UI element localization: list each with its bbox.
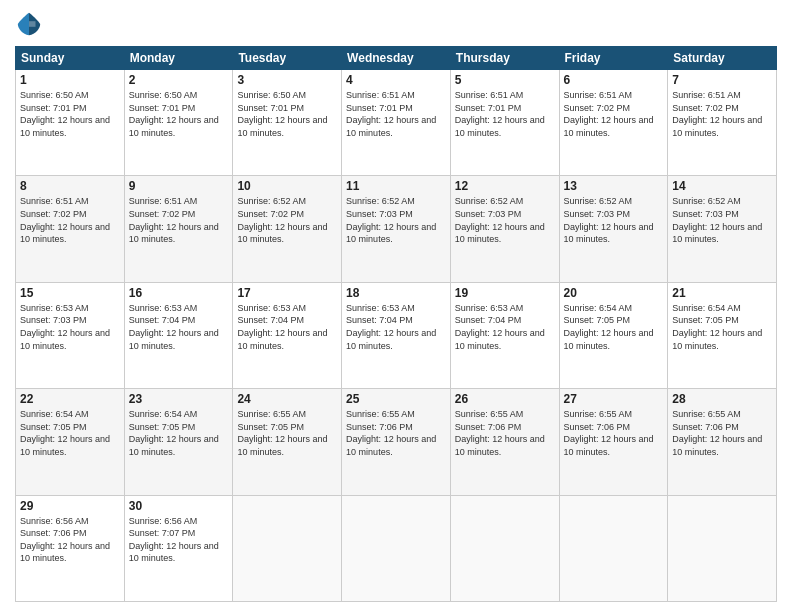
day-number: 26 xyxy=(455,392,555,406)
day-info: Sunrise: 6:53 AMSunset: 7:04 PMDaylight:… xyxy=(129,303,219,351)
day-info: Sunrise: 6:56 AMSunset: 7:06 PMDaylight:… xyxy=(20,516,110,564)
day-info: Sunrise: 6:51 AMSunset: 7:01 PMDaylight:… xyxy=(346,90,436,138)
calendar-cell xyxy=(342,495,451,601)
day-info: Sunrise: 6:55 AMSunset: 7:06 PMDaylight:… xyxy=(455,409,545,457)
calendar-cell: 5 Sunrise: 6:51 AMSunset: 7:01 PMDayligh… xyxy=(450,70,559,176)
day-number: 27 xyxy=(564,392,664,406)
day-info: Sunrise: 6:51 AMSunset: 7:02 PMDaylight:… xyxy=(564,90,654,138)
calendar-cell: 19 Sunrise: 6:53 AMSunset: 7:04 PMDaylig… xyxy=(450,282,559,388)
day-info: Sunrise: 6:50 AMSunset: 7:01 PMDaylight:… xyxy=(20,90,110,138)
calendar-cell xyxy=(233,495,342,601)
day-info: Sunrise: 6:51 AMSunset: 7:02 PMDaylight:… xyxy=(20,196,110,244)
calendar-day-header: Tuesday xyxy=(233,47,342,70)
calendar-cell: 25 Sunrise: 6:55 AMSunset: 7:06 PMDaylig… xyxy=(342,389,451,495)
calendar-cell: 21 Sunrise: 6:54 AMSunset: 7:05 PMDaylig… xyxy=(668,282,777,388)
day-number: 1 xyxy=(20,73,120,87)
day-number: 3 xyxy=(237,73,337,87)
day-number: 18 xyxy=(346,286,446,300)
day-info: Sunrise: 6:55 AMSunset: 7:06 PMDaylight:… xyxy=(564,409,654,457)
day-info: Sunrise: 6:54 AMSunset: 7:05 PMDaylight:… xyxy=(672,303,762,351)
day-number: 24 xyxy=(237,392,337,406)
calendar-cell xyxy=(450,495,559,601)
calendar-cell: 22 Sunrise: 6:54 AMSunset: 7:05 PMDaylig… xyxy=(16,389,125,495)
day-info: Sunrise: 6:50 AMSunset: 7:01 PMDaylight:… xyxy=(237,90,327,138)
day-number: 2 xyxy=(129,73,229,87)
day-info: Sunrise: 6:52 AMSunset: 7:03 PMDaylight:… xyxy=(672,196,762,244)
day-number: 28 xyxy=(672,392,772,406)
calendar-cell: 20 Sunrise: 6:54 AMSunset: 7:05 PMDaylig… xyxy=(559,282,668,388)
calendar-week-row: 1 Sunrise: 6:50 AMSunset: 7:01 PMDayligh… xyxy=(16,70,777,176)
day-number: 21 xyxy=(672,286,772,300)
calendar-cell xyxy=(559,495,668,601)
calendar-cell: 16 Sunrise: 6:53 AMSunset: 7:04 PMDaylig… xyxy=(124,282,233,388)
day-info: Sunrise: 6:54 AMSunset: 7:05 PMDaylight:… xyxy=(129,409,219,457)
calendar-day-header: Thursday xyxy=(450,47,559,70)
day-info: Sunrise: 6:52 AMSunset: 7:03 PMDaylight:… xyxy=(564,196,654,244)
day-number: 13 xyxy=(564,179,664,193)
calendar-week-row: 15 Sunrise: 6:53 AMSunset: 7:03 PMDaylig… xyxy=(16,282,777,388)
day-info: Sunrise: 6:52 AMSunset: 7:02 PMDaylight:… xyxy=(237,196,327,244)
day-number: 9 xyxy=(129,179,229,193)
calendar-cell: 6 Sunrise: 6:51 AMSunset: 7:02 PMDayligh… xyxy=(559,70,668,176)
day-number: 7 xyxy=(672,73,772,87)
calendar-cell: 24 Sunrise: 6:55 AMSunset: 7:05 PMDaylig… xyxy=(233,389,342,495)
day-info: Sunrise: 6:53 AMSunset: 7:04 PMDaylight:… xyxy=(455,303,545,351)
calendar-week-row: 22 Sunrise: 6:54 AMSunset: 7:05 PMDaylig… xyxy=(16,389,777,495)
day-info: Sunrise: 6:55 AMSunset: 7:05 PMDaylight:… xyxy=(237,409,327,457)
day-number: 30 xyxy=(129,499,229,513)
day-info: Sunrise: 6:54 AMSunset: 7:05 PMDaylight:… xyxy=(564,303,654,351)
day-number: 10 xyxy=(237,179,337,193)
day-info: Sunrise: 6:56 AMSunset: 7:07 PMDaylight:… xyxy=(129,516,219,564)
day-number: 20 xyxy=(564,286,664,300)
calendar-cell: 17 Sunrise: 6:53 AMSunset: 7:04 PMDaylig… xyxy=(233,282,342,388)
calendar-cell: 15 Sunrise: 6:53 AMSunset: 7:03 PMDaylig… xyxy=(16,282,125,388)
day-number: 22 xyxy=(20,392,120,406)
day-info: Sunrise: 6:52 AMSunset: 7:03 PMDaylight:… xyxy=(455,196,545,244)
calendar-week-row: 29 Sunrise: 6:56 AMSunset: 7:06 PMDaylig… xyxy=(16,495,777,601)
calendar-header-row: SundayMondayTuesdayWednesdayThursdayFrid… xyxy=(16,47,777,70)
calendar-cell: 4 Sunrise: 6:51 AMSunset: 7:01 PMDayligh… xyxy=(342,70,451,176)
calendar-cell: 10 Sunrise: 6:52 AMSunset: 7:02 PMDaylig… xyxy=(233,176,342,282)
day-info: Sunrise: 6:51 AMSunset: 7:01 PMDaylight:… xyxy=(455,90,545,138)
logo-icon xyxy=(15,10,43,38)
calendar-cell: 27 Sunrise: 6:55 AMSunset: 7:06 PMDaylig… xyxy=(559,389,668,495)
day-info: Sunrise: 6:50 AMSunset: 7:01 PMDaylight:… xyxy=(129,90,219,138)
day-number: 16 xyxy=(129,286,229,300)
day-info: Sunrise: 6:53 AMSunset: 7:03 PMDaylight:… xyxy=(20,303,110,351)
logo xyxy=(15,10,47,38)
calendar-cell: 29 Sunrise: 6:56 AMSunset: 7:06 PMDaylig… xyxy=(16,495,125,601)
day-number: 25 xyxy=(346,392,446,406)
calendar-cell: 23 Sunrise: 6:54 AMSunset: 7:05 PMDaylig… xyxy=(124,389,233,495)
day-number: 14 xyxy=(672,179,772,193)
calendar-cell: 8 Sunrise: 6:51 AMSunset: 7:02 PMDayligh… xyxy=(16,176,125,282)
header xyxy=(15,10,777,38)
calendar-cell: 18 Sunrise: 6:53 AMSunset: 7:04 PMDaylig… xyxy=(342,282,451,388)
calendar-day-header: Saturday xyxy=(668,47,777,70)
calendar-day-header: Sunday xyxy=(16,47,125,70)
calendar-day-header: Wednesday xyxy=(342,47,451,70)
day-number: 11 xyxy=(346,179,446,193)
calendar: SundayMondayTuesdayWednesdayThursdayFrid… xyxy=(15,46,777,602)
calendar-week-row: 8 Sunrise: 6:51 AMSunset: 7:02 PMDayligh… xyxy=(16,176,777,282)
day-info: Sunrise: 6:55 AMSunset: 7:06 PMDaylight:… xyxy=(346,409,436,457)
calendar-cell: 12 Sunrise: 6:52 AMSunset: 7:03 PMDaylig… xyxy=(450,176,559,282)
day-number: 12 xyxy=(455,179,555,193)
calendar-cell: 3 Sunrise: 6:50 AMSunset: 7:01 PMDayligh… xyxy=(233,70,342,176)
calendar-cell: 9 Sunrise: 6:51 AMSunset: 7:02 PMDayligh… xyxy=(124,176,233,282)
day-number: 17 xyxy=(237,286,337,300)
page: SundayMondayTuesdayWednesdayThursdayFrid… xyxy=(0,0,792,612)
calendar-day-header: Monday xyxy=(124,47,233,70)
day-info: Sunrise: 6:51 AMSunset: 7:02 PMDaylight:… xyxy=(129,196,219,244)
calendar-cell: 26 Sunrise: 6:55 AMSunset: 7:06 PMDaylig… xyxy=(450,389,559,495)
day-number: 15 xyxy=(20,286,120,300)
calendar-cell: 2 Sunrise: 6:50 AMSunset: 7:01 PMDayligh… xyxy=(124,70,233,176)
day-number: 23 xyxy=(129,392,229,406)
calendar-cell: 28 Sunrise: 6:55 AMSunset: 7:06 PMDaylig… xyxy=(668,389,777,495)
day-info: Sunrise: 6:55 AMSunset: 7:06 PMDaylight:… xyxy=(672,409,762,457)
day-number: 8 xyxy=(20,179,120,193)
day-info: Sunrise: 6:53 AMSunset: 7:04 PMDaylight:… xyxy=(346,303,436,351)
calendar-cell: 11 Sunrise: 6:52 AMSunset: 7:03 PMDaylig… xyxy=(342,176,451,282)
calendar-day-header: Friday xyxy=(559,47,668,70)
calendar-cell: 1 Sunrise: 6:50 AMSunset: 7:01 PMDayligh… xyxy=(16,70,125,176)
day-info: Sunrise: 6:54 AMSunset: 7:05 PMDaylight:… xyxy=(20,409,110,457)
